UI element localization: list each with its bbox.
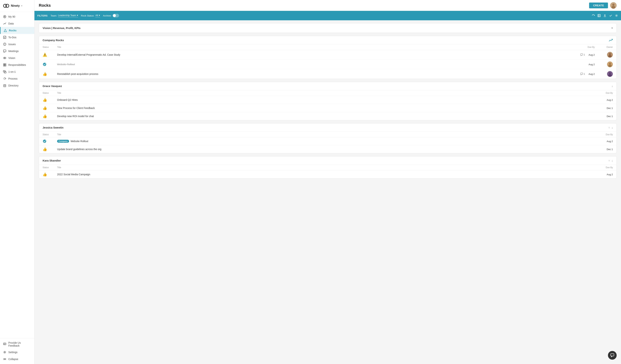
due-cell: Dec 1 bbox=[607, 115, 613, 118]
sidebar-item-collapse[interactable]: Collapse bbox=[0, 356, 34, 363]
create-button[interactable]: CREATE bbox=[589, 2, 608, 8]
grace-vasquez-header: Grace Vasquez ↓ bbox=[39, 82, 617, 90]
collapse-icon bbox=[3, 357, 6, 361]
table-row[interactable]: Company Website Rollout Aug 2 bbox=[39, 138, 617, 145]
col-title: Title bbox=[57, 92, 606, 94]
table-row[interactable]: ⚠️ Develop Internal/External Programmati… bbox=[39, 50, 617, 60]
status-cell bbox=[43, 62, 57, 66]
circle-icon bbox=[3, 15, 6, 18]
owner-cell bbox=[595, 61, 613, 67]
sidebar-item-1on1[interactable]: 1-on-1 bbox=[0, 68, 34, 75]
col-title: Title bbox=[57, 46, 588, 48]
kara-skandier-actions: ↑ ↓ bbox=[608, 159, 613, 162]
sidebar-item-rocks[interactable]: Rocks bbox=[0, 27, 34, 34]
table-row[interactable]: Website Rollout Aug 2 bbox=[39, 60, 617, 69]
table-view-button[interactable] bbox=[597, 14, 601, 17]
grace-vasquez-table: Status Title Due By 👍 Onboard Q2 Hires A… bbox=[39, 90, 617, 120]
svg-rect-5 bbox=[3, 36, 6, 39]
team-select[interactable]: Leadership Team ▾ bbox=[58, 14, 78, 17]
status-cell: 👍 bbox=[43, 172, 57, 176]
svg-rect-15 bbox=[5, 65, 6, 66]
svg-rect-45 bbox=[581, 73, 583, 74]
col-due-by: Due By bbox=[588, 46, 595, 48]
user-avatar[interactable] bbox=[610, 2, 617, 9]
jessica-sweetin-name: Jessica Sweetin bbox=[43, 126, 63, 129]
company-dropdown-icon[interactable]: ▾ bbox=[21, 4, 22, 7]
thumbup-icon: 👍 bbox=[43, 72, 47, 76]
team-label: Team: bbox=[51, 14, 57, 17]
sidebar-item-feedback[interactable]: Provide Us Feedback bbox=[0, 340, 34, 349]
archive-toggle[interactable] bbox=[113, 14, 119, 17]
status-cell bbox=[43, 139, 57, 143]
svg-rect-12 bbox=[3, 64, 4, 65]
owner-avatar bbox=[607, 61, 613, 67]
sidebar-item-data[interactable]: Data bbox=[0, 20, 34, 27]
mountain-icon bbox=[3, 29, 7, 32]
col-title: Title bbox=[57, 166, 606, 169]
vision-section-header[interactable]: Vision | Revenue, Profit, KPIs ▾ bbox=[39, 23, 617, 33]
sidebar-item-my90[interactable]: My 90 bbox=[0, 13, 34, 20]
sidebar-item-settings[interactable]: Settings bbox=[0, 349, 34, 356]
eye-icon bbox=[3, 56, 6, 60]
refresh-button[interactable] bbox=[592, 14, 595, 17]
ok-icon bbox=[43, 139, 47, 143]
arrow-up-icon[interactable]: ↑ bbox=[608, 126, 610, 129]
trend-up-icon bbox=[609, 39, 613, 42]
rocks-content: Vision | Revenue, Profit, KPIs ▾ Company… bbox=[34, 20, 621, 364]
table-row[interactable]: 👍 2022 Social Media Campaign Aug 2 bbox=[39, 170, 617, 178]
grace-vasquez-actions: ↓ bbox=[612, 85, 613, 87]
svg-point-29 bbox=[612, 4, 615, 6]
thumbup-icon: 👍 bbox=[43, 114, 47, 118]
gear-icon bbox=[3, 350, 6, 354]
col-due-by: Due By bbox=[606, 133, 613, 136]
svg-rect-37 bbox=[581, 54, 583, 55]
comment-badge: 1 bbox=[580, 53, 585, 56]
sidebar-item-vision[interactable]: Vision bbox=[0, 54, 34, 61]
archive-toggle-knob bbox=[113, 14, 116, 17]
kara-skandier-table: Status Title Due By 👍 2022 Social Media … bbox=[39, 165, 617, 178]
thumbup-icon: 👍 bbox=[43, 98, 47, 102]
upload-button[interactable] bbox=[603, 14, 606, 17]
due-cell: 1 Aug 2 bbox=[580, 73, 595, 75]
checkmark-button[interactable] bbox=[609, 14, 612, 17]
title-cell: Develop new ROI model for chat bbox=[57, 115, 607, 118]
svg-rect-9 bbox=[3, 50, 6, 52]
company-rocks-title: Company Rocks bbox=[43, 39, 64, 42]
sidebar-nav: My 90 Data Rocks To-Dos bbox=[0, 12, 34, 338]
feedback-icon bbox=[3, 342, 6, 346]
topbar-right: CREATE bbox=[589, 2, 617, 9]
arrow-up-icon[interactable]: ↑ bbox=[608, 159, 610, 162]
company-name: Ninety bbox=[11, 4, 20, 7]
sidebar-item-todos[interactable]: To-Dos bbox=[0, 34, 34, 41]
status-filter: Rock Status: All ▾ bbox=[81, 14, 100, 17]
svg-point-36 bbox=[616, 15, 617, 16]
sidebar-item-process[interactable]: Process bbox=[0, 75, 34, 82]
title-cell: 2022 Social Media Campaign bbox=[57, 173, 607, 176]
chat-bubble-button[interactable] bbox=[608, 351, 617, 360]
svg-point-8 bbox=[4, 45, 5, 45]
svg-point-3 bbox=[4, 16, 5, 17]
sidebar-item-responsibilities[interactable]: Responsibilities bbox=[0, 61, 34, 68]
arrow-down-icon[interactable]: ↓ bbox=[612, 159, 613, 162]
title-cell: New Process for Client Feedback bbox=[57, 107, 607, 109]
title-cell: Develop Internal/External Programmatic A… bbox=[57, 53, 580, 56]
table-row[interactable]: 👍 Update brand guidelines across the org… bbox=[39, 145, 617, 153]
table-row[interactable]: 👍 New Process for Client Feedback Dec 1 bbox=[39, 104, 617, 112]
settings-button[interactable] bbox=[615, 14, 618, 17]
jessica-sweetin-section: Jessica Sweetin ↑ ↓ Status Title Due By bbox=[39, 123, 617, 153]
company-badge: Company bbox=[57, 140, 69, 143]
svg-point-44 bbox=[608, 65, 612, 67]
arrow-down-icon[interactable]: ↓ bbox=[612, 126, 613, 129]
vision-chevron-icon: ▾ bbox=[611, 26, 613, 30]
table-row[interactable]: 👍 Reestablish post-acquisition process 1… bbox=[39, 69, 617, 79]
sidebar-bottom: Provide Us Feedback Settings Collapse bbox=[0, 338, 34, 364]
table-row[interactable]: 👍 Onboard Q2 Hires Aug 2 bbox=[39, 96, 617, 104]
sidebar-item-issues[interactable]: Issues bbox=[0, 41, 34, 48]
sidebar-item-directory[interactable]: Directory bbox=[0, 82, 34, 89]
sidebar-item-meetings[interactable]: Meetings bbox=[0, 48, 34, 54]
filters-label: FILTERS bbox=[37, 14, 48, 17]
status-select[interactable]: All ▾ bbox=[95, 14, 100, 17]
arrow-down-icon[interactable]: ↓ bbox=[612, 85, 613, 87]
vision-section: Vision | Revenue, Profit, KPIs ▾ bbox=[39, 23, 617, 33]
table-row[interactable]: 👍 Develop new ROI model for chat Dec 1 bbox=[39, 112, 617, 120]
